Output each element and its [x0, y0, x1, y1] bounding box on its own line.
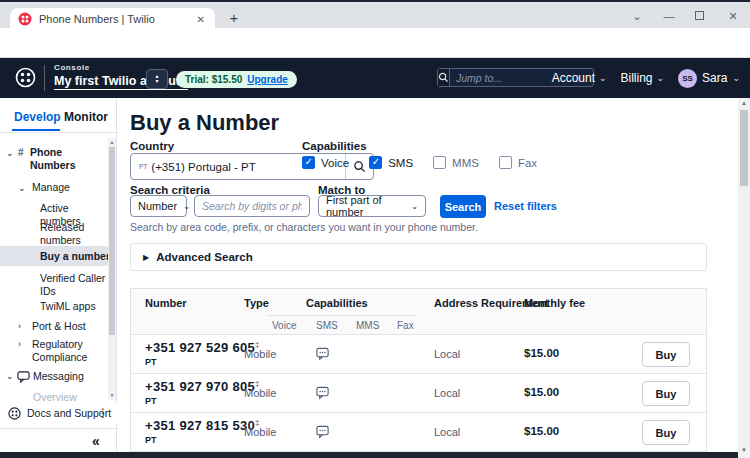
tab-monitor[interactable]: Monitor: [64, 110, 108, 124]
capabilities-options: Voice SMS MMS Fax: [302, 156, 537, 169]
tab-develop[interactable]: Develop: [14, 110, 61, 124]
mms-label: MMS: [452, 157, 479, 169]
number-type: Mobile: [244, 348, 276, 360]
col-type: Type: [244, 297, 269, 309]
sms-capability-icon: [315, 385, 330, 404]
sidebar-item-buy-a-number[interactable]: Buy a number: [40, 250, 114, 263]
match-to-select[interactable]: First part of number ⌄: [318, 195, 426, 217]
user-menu[interactable]: SS Sara ⌄: [678, 69, 740, 88]
search-button[interactable]: Search: [440, 195, 486, 218]
upgrade-link[interactable]: Upgrade: [247, 74, 288, 85]
phone-number: +351 927 529 605‡: [145, 340, 260, 355]
digits-search-input[interactable]: [194, 195, 310, 217]
sidebar-scrollbar-thumb[interactable]: [109, 147, 115, 335]
capability-voice[interactable]: Voice: [302, 156, 349, 169]
page-scroll-down-icon[interactable]: ▼: [738, 447, 750, 453]
capability-fax[interactable]: Fax: [499, 156, 537, 169]
phone-number: +351 927 815 530‡: [145, 418, 260, 433]
user-avatar: SS: [678, 69, 697, 88]
sidebar-collapse-button[interactable]: «: [92, 433, 100, 449]
buy-button[interactable]: Buy: [642, 420, 690, 445]
search-icon: [438, 69, 450, 86]
mms-checkbox[interactable]: [433, 156, 446, 169]
sms-capability-icon: [315, 424, 330, 443]
buy-button[interactable]: Buy: [642, 381, 690, 406]
account-menu-label: Account: [552, 71, 595, 85]
fax-checkbox[interactable]: [499, 156, 512, 169]
browser-tab[interactable]: Phone Numbers | Twilio ✕: [10, 8, 215, 30]
fax-label: Fax: [518, 157, 537, 169]
sidebar-item-regulatory-compliance[interactable]: Regulatory Compliance: [32, 338, 102, 364]
address-requirement: Local: [434, 387, 460, 399]
advanced-search-label: Advanced Search: [156, 251, 253, 263]
docs-icon: [8, 407, 21, 420]
address-requirement: Local: [434, 426, 460, 438]
trial-balance-badge: Trial: $15.50 Upgrade: [176, 71, 297, 88]
search-help-text: Search by area code, prefix, or characte…: [130, 221, 478, 233]
tab-title: Phone Numbers | Twilio: [39, 13, 195, 25]
sidebar-item-verified-caller-ids[interactable]: Verified Caller IDs: [40, 272, 106, 298]
capabilities-group-divider: [268, 315, 416, 316]
advanced-search-toggle[interactable]: ▶ Advanced Search: [130, 243, 707, 271]
twilio-top-navbar: Console My first Twilio account ▴ ▾ Tria…: [0, 58, 750, 98]
country-code: PT: [145, 357, 157, 367]
capability-sms[interactable]: SMS: [369, 156, 413, 169]
billing-menu[interactable]: Billing ⌄: [621, 71, 665, 85]
page-scrollbar-thumb[interactable]: [740, 110, 748, 186]
sidebar-item-released-numbers[interactable]: Released numbers: [40, 221, 106, 247]
chevron-down-icon: ⌄: [411, 202, 418, 211]
col-monthly-fee: Monthly fee: [524, 297, 585, 309]
table-row: +351 927 970 805‡ PT Mobile Local $15.00…: [131, 374, 706, 413]
chevron-down-icon: ⌄: [657, 73, 665, 83]
sidebar-item-manage[interactable]: Manage: [32, 181, 104, 194]
docs-and-support[interactable]: Docs and Support ⋮: [0, 402, 117, 424]
tab-close-icon[interactable]: ✕: [195, 14, 207, 25]
sidebar-scroll-down-icon[interactable]: ▼: [108, 392, 116, 398]
page-scroll-up-icon[interactable]: ▲: [738, 100, 750, 106]
sms-checkbox[interactable]: [369, 156, 382, 169]
caret-down-icon: ▾: [155, 79, 158, 84]
reset-filters-link[interactable]: Reset filters: [494, 200, 557, 212]
chevron-down-icon[interactable]: ⌄: [6, 148, 14, 158]
kebab-menu-icon[interactable]: ⋮: [97, 406, 109, 420]
monthly-fee: $15.00: [524, 386, 559, 398]
browser-tab-strip: Phone Numbers | Twilio ✕ + ⌄ — ✕: [0, 2, 750, 28]
chevron-right-icon[interactable]: ›: [18, 339, 21, 349]
sidebar-item-phone-numbers[interactable]: Phone Numbers: [30, 146, 100, 172]
tab-search-icon[interactable]: ⌄: [626, 8, 648, 24]
twilio-logo-icon[interactable]: [15, 67, 36, 88]
window-minimize-button[interactable]: —: [658, 8, 680, 24]
col-number: Number: [145, 297, 187, 309]
window-maximize-button[interactable]: [695, 11, 704, 20]
table-header: Number Type Capabilities Address Require…: [131, 289, 706, 335]
account-switcher-button[interactable]: ▴ ▾: [146, 69, 168, 89]
window-close-button[interactable]: ✕: [722, 8, 744, 24]
buy-button[interactable]: Buy: [642, 342, 690, 367]
col-capabilities: Capabilities: [306, 297, 368, 309]
sidebar-item-twiml-apps[interactable]: TwiML apps: [40, 300, 112, 313]
subcol-fax: Fax: [397, 320, 414, 331]
console-label: Console: [54, 63, 90, 72]
account-menu[interactable]: Account ⌄: [552, 71, 607, 85]
phone-numbers-icon: #: [18, 147, 24, 158]
chevron-down-icon: ⌄: [183, 202, 190, 211]
voice-checkbox[interactable]: [302, 156, 315, 169]
number-type: Mobile: [244, 387, 276, 399]
monthly-fee: $15.00: [524, 425, 559, 437]
sidebar-scroll-up-icon[interactable]: ▲: [108, 139, 116, 145]
chevron-right-icon[interactable]: ›: [18, 321, 21, 331]
table-row: +351 927 815 530‡ PT Mobile Local $15.00…: [131, 413, 706, 452]
sidebar-item-messaging[interactable]: Messaging: [33, 370, 105, 383]
number-type: Mobile: [244, 426, 276, 438]
capability-mms[interactable]: MMS: [433, 156, 479, 169]
subcol-voice: Voice: [272, 320, 296, 331]
monthly-fee: $15.00: [524, 347, 559, 359]
chevron-down-icon[interactable]: ⌄: [18, 183, 26, 193]
sidebar-footer-divider: [0, 428, 117, 429]
new-tab-button[interactable]: +: [224, 9, 244, 26]
chevron-down-icon[interactable]: ⌄: [6, 371, 14, 381]
address-requirement: Local: [434, 348, 460, 360]
sidebar-item-port-host[interactable]: Port & Host: [32, 320, 110, 333]
chevron-down-icon: ⌄: [732, 73, 740, 83]
search-type-select[interactable]: Number ⌄: [130, 195, 187, 217]
